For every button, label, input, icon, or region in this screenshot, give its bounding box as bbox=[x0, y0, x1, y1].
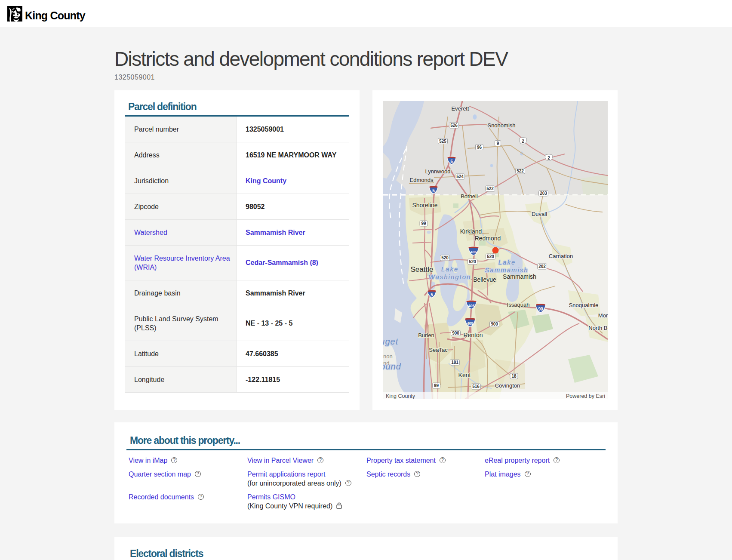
svg-text:Washington: Washington bbox=[429, 273, 471, 280]
svg-text:Bothell: Bothell bbox=[461, 193, 478, 200]
svg-text:Puget: Puget bbox=[383, 337, 399, 346]
svg-text:Issaquah: Issaquah bbox=[507, 302, 530, 308]
svg-text:Burien: Burien bbox=[418, 332, 434, 338]
svg-text:Edmonds: Edmonds bbox=[410, 177, 434, 183]
svg-text:525: 525 bbox=[439, 138, 446, 143]
svg-text:522: 522 bbox=[486, 186, 494, 191]
svg-text:Powered by Esri: Powered by Esri bbox=[566, 393, 605, 399]
svg-text:900: 900 bbox=[452, 331, 459, 335]
svg-text:900: 900 bbox=[491, 322, 498, 326]
svg-text:203: 203 bbox=[540, 191, 547, 196]
svg-text:90: 90 bbox=[538, 306, 543, 311]
svg-text:Seattle: Seattle bbox=[411, 265, 434, 274]
svg-text:Sammamish: Sammamish bbox=[485, 266, 528, 274]
svg-text:Shoreline: Shoreline bbox=[412, 202, 437, 209]
svg-text:520: 520 bbox=[469, 259, 476, 264]
svg-text:Duvall: Duvall bbox=[532, 211, 547, 217]
svg-text:Sammamish: Sammamish bbox=[503, 273, 536, 280]
svg-text:5: 5 bbox=[431, 292, 433, 297]
svg-text:Lake: Lake bbox=[498, 258, 516, 266]
svg-text:522: 522 bbox=[517, 169, 524, 173]
svg-text:526: 526 bbox=[450, 123, 458, 128]
svg-text:Lynnwood: Lynnwood bbox=[425, 168, 451, 175]
svg-text:5: 5 bbox=[450, 159, 453, 163]
svg-text:202: 202 bbox=[538, 264, 546, 269]
svg-text:Carnation: Carnation bbox=[549, 253, 573, 259]
svg-text:5: 5 bbox=[432, 188, 435, 193]
svg-text:Snohomish: Snohomish bbox=[487, 122, 515, 129]
svg-text:North Be: North Be bbox=[588, 325, 608, 331]
svg-text:2: 2 bbox=[522, 139, 524, 144]
svg-text:King County: King County bbox=[386, 393, 415, 399]
svg-text:Snoqualmie: Snoqualmie bbox=[569, 302, 599, 308]
svg-text:Lake: Lake bbox=[441, 265, 459, 273]
svg-text:9: 9 bbox=[497, 141, 499, 145]
svg-text:Sound: Sound bbox=[383, 362, 401, 371]
svg-text:Bellevue: Bellevue bbox=[473, 276, 496, 283]
svg-text:405: 405 bbox=[467, 321, 473, 325]
svg-text:18: 18 bbox=[511, 374, 517, 378]
svg-text:Mor: Mor bbox=[598, 312, 608, 319]
svg-text:516: 516 bbox=[472, 384, 480, 389]
svg-text:Covington: Covington bbox=[495, 382, 520, 389]
svg-text:Kirkland: Kirkland bbox=[460, 228, 482, 235]
svg-text:Everett: Everett bbox=[451, 105, 469, 112]
svg-text:Renton: Renton bbox=[463, 332, 483, 338]
svg-text:Kent: Kent bbox=[458, 372, 471, 378]
svg-text:Redmond: Redmond bbox=[475, 235, 501, 242]
svg-text:99: 99 bbox=[434, 383, 439, 388]
svg-text:King County: King County bbox=[25, 9, 86, 22]
svg-text:SeaTac: SeaTac bbox=[429, 347, 448, 353]
svg-text:520: 520 bbox=[441, 255, 449, 260]
svg-text:524: 524 bbox=[456, 174, 464, 179]
svg-text:405: 405 bbox=[470, 249, 477, 254]
svg-text:non: non bbox=[383, 353, 393, 360]
svg-text:520: 520 bbox=[487, 254, 494, 259]
svg-text:2: 2 bbox=[547, 156, 550, 160]
svg-text:96: 96 bbox=[477, 145, 482, 149]
svg-text:99: 99 bbox=[421, 221, 426, 226]
svg-text:405: 405 bbox=[468, 303, 474, 308]
svg-text:181: 181 bbox=[451, 360, 458, 365]
